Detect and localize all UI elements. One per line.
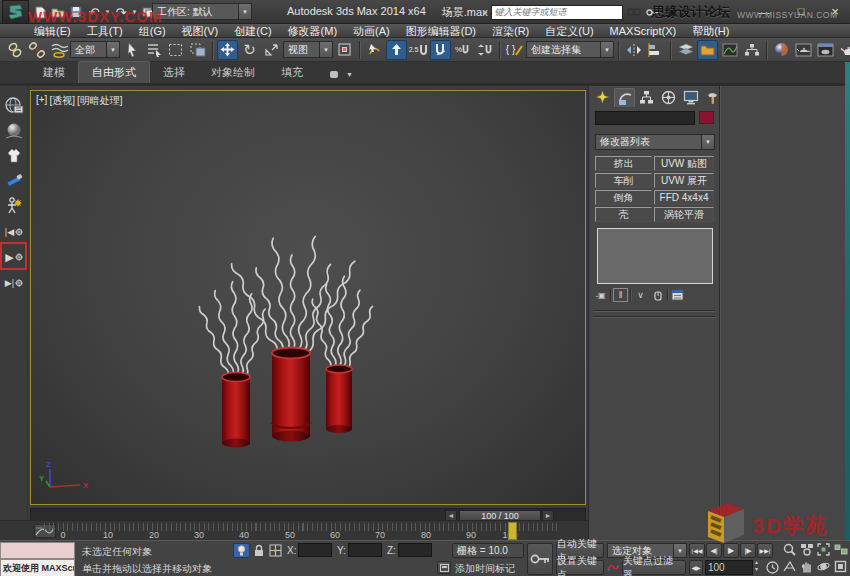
ribbon-tab-modeling[interactable]: 建模: [30, 62, 78, 83]
infocenter-expand-icon[interactable]: ▸: [483, 7, 488, 17]
align-button[interactable]: [645, 40, 666, 60]
search-input[interactable]: [491, 5, 623, 20]
keyboard-shortcut-override-button[interactable]: [386, 40, 407, 60]
curve-editor-button[interactable]: [719, 40, 740, 60]
add-time-tag-icon[interactable]: [437, 561, 451, 574]
pin-stack-icon[interactable]: -▣: [593, 288, 608, 302]
named-selection-arrow[interactable]: ▼: [600, 42, 613, 57]
menu-animation[interactable]: 动画(A): [345, 24, 398, 38]
modifier-button-turbosmooth[interactable]: 涡轮平滑: [654, 207, 714, 222]
constraint-icon[interactable]: [2, 169, 26, 193]
make-unique-icon[interactable]: ∨: [633, 288, 648, 302]
ribbon-display-options[interactable]: ▼: [316, 66, 366, 83]
edit-named-selection-sets-button[interactable]: { }: [504, 40, 525, 60]
mirror-button[interactable]: [623, 40, 644, 60]
maxscript-mini-listener[interactable]: 欢迎使用 MAXScript: [0, 559, 75, 576]
application-menu-button[interactable]: [2, 0, 29, 24]
modifier-button-uvw-map[interactable]: UVW 贴图: [654, 156, 714, 171]
world-parameters-icon[interactable]: [2, 94, 26, 118]
bind-to-space-warp-icon[interactable]: [48, 40, 69, 60]
render-production-button[interactable]: [837, 40, 850, 60]
perspective-viewport[interactable]: [+] [透视] [明暗处理]: [30, 90, 586, 505]
selection-lock-icon[interactable]: [253, 544, 265, 557]
ragdoll-icon[interactable]: [2, 194, 26, 218]
tab-display-icon[interactable]: [680, 88, 701, 107]
selection-filter-arrow[interactable]: ▼: [106, 42, 119, 57]
select-by-name-icon[interactable]: [143, 40, 164, 60]
material-editor-button[interactable]: [771, 40, 792, 60]
reference-coordinate-system-dropdown[interactable]: 视图 ▼: [283, 41, 333, 58]
isolate-selection-bulb-button[interactable]: [233, 543, 250, 558]
menu-group[interactable]: 组(G): [131, 24, 174, 38]
object-name-field[interactable]: [595, 111, 695, 125]
modifier-button-shell[interactable]: 壳: [595, 207, 652, 222]
modifier-button-unwrap-uvw[interactable]: UVW 展开: [654, 173, 714, 188]
graphite-ribbon-toggle-button[interactable]: [697, 40, 718, 60]
viewport-menu-view[interactable]: [透视]: [49, 94, 75, 108]
modifier-button-bevel[interactable]: 倒角: [595, 190, 652, 205]
tab-modify-icon[interactable]: [614, 88, 635, 107]
workspace-dropdown-arrow[interactable]: ▼: [238, 4, 251, 19]
menu-customize[interactable]: 自定义(U): [537, 24, 601, 38]
new-key-wave-icon[interactable]: [607, 562, 620, 573]
menu-views[interactable]: 视图(V): [174, 24, 227, 38]
select-and-link-icon[interactable]: [4, 40, 25, 60]
y-coordinate-field[interactable]: [348, 543, 382, 557]
viewport-menu-plus[interactable]: [+]: [36, 94, 47, 108]
time-configuration-icon[interactable]: [766, 561, 779, 574]
object-color-swatch[interactable]: [699, 111, 714, 124]
mcloth-icon[interactable]: [2, 144, 26, 168]
reset-simulation-button[interactable]: |◀: [2, 220, 26, 244]
frame-spinner[interactable]: ▴▾: [755, 559, 758, 573]
selection-filter-dropdown[interactable]: 全部 ▼: [70, 41, 120, 58]
ribbon-tab-populate[interactable]: 填充: [268, 62, 316, 83]
configure-modifier-sets-icon[interactable]: [670, 288, 685, 302]
x-coordinate-field[interactable]: [298, 543, 332, 557]
select-and-move-button[interactable]: [217, 40, 238, 60]
current-frame-marker[interactable]: [508, 522, 517, 540]
maxscript-macro-recorder-line[interactable]: [0, 542, 75, 559]
command-panel-column-divider[interactable]: [719, 86, 720, 540]
show-end-result-icon[interactable]: ‖: [613, 288, 628, 302]
workspace-selector[interactable]: 工作区: 默认 ▼: [152, 3, 252, 20]
use-pivot-point-center-icon[interactable]: [334, 40, 355, 60]
window-crossing-toggle-icon[interactable]: [187, 40, 208, 60]
coord-system-arrow[interactable]: ▼: [319, 42, 332, 57]
select-and-rotate-button[interactable]: ↻: [239, 40, 260, 60]
rigid-body-icon[interactable]: [2, 119, 26, 143]
z-coordinate-field[interactable]: [398, 543, 432, 557]
key-filters-button[interactable]: 关键点过滤器...: [622, 560, 686, 575]
modifier-list-dropdown[interactable]: 修改器列表 ▼: [595, 134, 715, 150]
zoom-extents-all-icon[interactable]: [833, 542, 848, 557]
menu-rendering[interactable]: 渲染(R): [484, 24, 537, 38]
menu-maxscript[interactable]: MAXScript(X): [602, 24, 685, 38]
maximize-viewport-toggle-icon[interactable]: [833, 559, 848, 574]
menu-modifiers[interactable]: 修改器(M): [280, 24, 346, 38]
remove-modifier-icon[interactable]: [650, 288, 665, 302]
track-bar[interactable]: 0 10 20 30 40 50 60 70 80 90 100: [0, 520, 588, 540]
modifier-button-ffd4x4x4[interactable]: FFD 4x4x4: [654, 190, 714, 205]
named-selection-sets-dropdown[interactable]: 创建选择集 ▼: [526, 41, 614, 58]
snaps-toggle-25d-button[interactable]: 2.5: [408, 40, 429, 60]
modifier-stack-list[interactable]: [597, 228, 713, 284]
spinner-snap-toggle-button[interactable]: [474, 40, 495, 60]
ribbon-tab-selection[interactable]: 选择: [150, 62, 198, 83]
viewport-menu-shading[interactable]: [明暗处理]: [77, 94, 123, 108]
field-of-view-icon[interactable]: [782, 559, 797, 574]
absolute-offset-toggle-icon[interactable]: [269, 544, 282, 557]
tab-motion-icon[interactable]: [658, 88, 679, 107]
schematic-view-button[interactable]: [741, 40, 762, 60]
set-key-button[interactable]: 设置关键点: [556, 560, 604, 575]
select-and-manipulate-icon[interactable]: [364, 40, 385, 60]
ribbon-tab-freeform[interactable]: 自由形式: [78, 61, 150, 83]
select-object-icon[interactable]: [121, 40, 142, 60]
render-setup-button[interactable]: [793, 40, 814, 60]
menu-create[interactable]: 创建(C): [226, 24, 279, 38]
manage-layers-button[interactable]: [675, 40, 696, 60]
key-mode-toggle-button[interactable]: ◀▶: [689, 560, 703, 575]
select-and-scale-button[interactable]: [261, 40, 282, 60]
modifier-button-extrude[interactable]: 挤出: [595, 156, 652, 171]
orbit-icon[interactable]: [816, 559, 831, 574]
percent-snap-toggle-button[interactable]: %: [452, 40, 473, 60]
modifier-list-arrow[interactable]: ▼: [701, 135, 714, 149]
